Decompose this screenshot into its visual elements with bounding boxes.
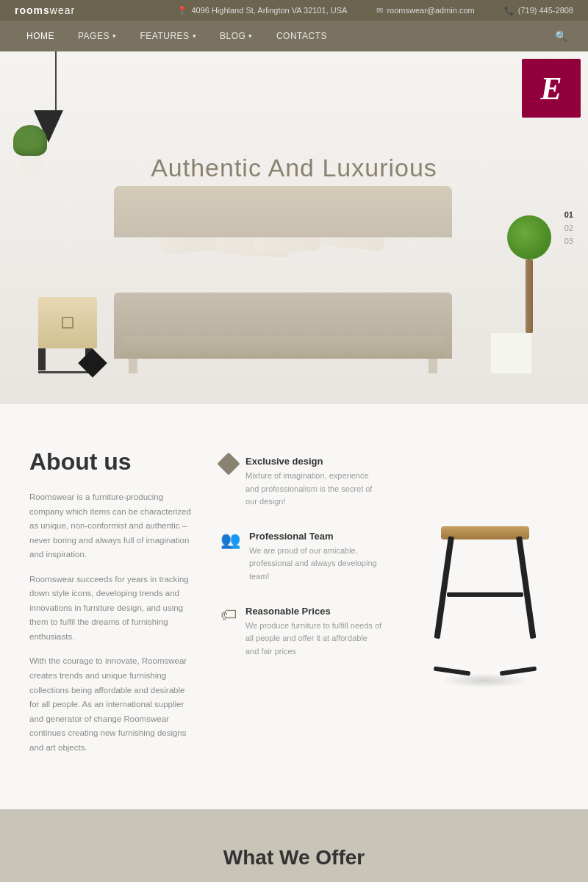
feature-title-2: Professional Team [249,531,382,542]
about-paragraph-2: Roomswear succeeds for years in tracking… [29,573,191,645]
chevron-down-icon: ▾ [193,32,197,40]
address-text: 4096 Highland St, Arlington VA 32101, US… [191,6,347,15]
about-features: Exclusive design Mixture of imagination,… [220,448,382,765]
phone-text: (719) 445-2808 [518,6,573,15]
phone-info: 📞 (719) 445-2808 [504,6,573,15]
pendant-lamp [48,51,63,143]
address-info: 📍 4096 Highland St, Arlington VA 32101, … [177,6,347,15]
nav-item-home[interactable]: HOME [15,21,66,51]
hero-title: Authentic And Luxurious [151,154,437,182]
price-tag-icon: 🏷 [220,606,237,625]
sofa-hero [114,234,452,373]
about-section: About us Roomswear is a furniture-produc… [0,404,588,809]
top-bar: roomswear 📍 4096 Highland St, Arlington … [0,0,588,21]
hero-section: E 01 02 03 Authentic And Luxurious Your … [0,51,588,404]
stool-shadow [441,673,529,688]
about-stool-image [412,448,559,765]
feature-desc-3: We produce furniture to fulfill needs of… [245,620,382,659]
feature-title-3: Reasonable Prices [245,606,382,617]
nav-item-contacts[interactable]: CONTACTS [265,21,339,51]
elementor-letter: E [540,70,562,107]
feature-desc-2: We are proud of our amicable, profession… [249,545,382,584]
diamond-icon [217,452,240,475]
nav-item-features[interactable]: FEATURES ▾ [128,21,208,51]
feature-reasonable-prices: 🏷 Reasonable Prices We produce furniture… [220,606,382,659]
search-icon[interactable]: 🔍 [549,30,573,42]
offer-section: What We Offer chairs from 109.99 tables … [0,809,588,882]
feature-title-1: Exclusive design [245,456,382,467]
phone-icon: 📞 [504,6,514,15]
logo-suffix: wear [50,4,75,16]
about-paragraph-1: Roomswear is a furniture-producing compa… [29,490,191,562]
chevron-down-icon: ▾ [112,32,117,40]
stool-crossbar [447,592,523,597]
about-title: About us [29,448,191,476]
slide-3[interactable]: 03 [564,237,573,245]
person-icon: 👥 [220,531,240,550]
email-icon: ✉ [376,6,383,15]
geometric-lamp [82,353,103,373]
slide-indicators: 01 02 03 [564,210,573,245]
offer-section-title: What We Offer [29,846,559,870]
bar-stool [426,526,544,688]
stool-leg-left [434,536,454,639]
email-text: roomswear@admin.com [387,6,474,15]
about-left: About us Roomswear is a furniture-produc… [29,448,191,765]
nav-item-pages[interactable]: PAGES ▾ [66,21,128,51]
chevron-down-icon: ▾ [248,32,253,40]
location-icon: 📍 [177,6,187,15]
slide-1[interactable]: 01 [564,210,573,219]
about-paragraph-3: With the courage to innovate, Roomswear … [29,654,191,755]
logo[interactable]: roomswear [15,4,75,16]
logo-prefix: rooms [15,4,50,16]
navigation: HOME PAGES ▾ FEATURES ▾ BLOG ▾ CONTACTS … [0,21,588,51]
feature-desc-1: Mixture of imagination, experience and p… [245,470,382,509]
elementor-badge[interactable]: E [522,59,581,118]
feature-professional-team: 👥 Professional Team We are proud of our … [220,531,382,584]
nav-item-blog[interactable]: BLOG ▾ [208,21,265,51]
plant-small-left [13,125,47,178]
stool-leg-right [516,536,536,639]
email-info: ✉ roomswear@admin.com [376,6,474,15]
bonsai-tree [507,215,551,373]
slide-2[interactable]: 02 [564,223,573,232]
feature-exclusive-design: Exclusive design Mixture of imagination,… [220,456,382,509]
